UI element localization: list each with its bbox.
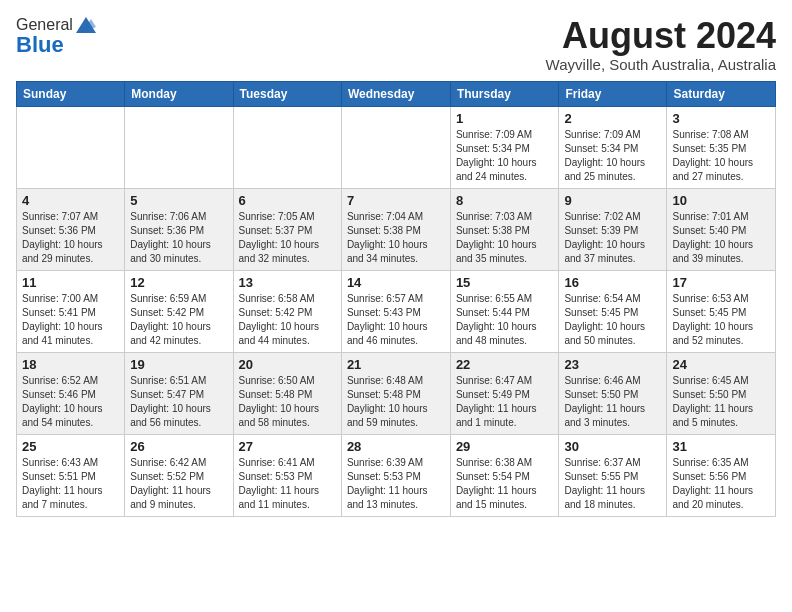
- day-info: Sunrise: 6:47 AM Sunset: 5:49 PM Dayligh…: [456, 374, 554, 430]
- day-number: 16: [564, 275, 661, 290]
- day-cell: [233, 106, 341, 188]
- day-number: 2: [564, 111, 661, 126]
- day-info: Sunrise: 7:09 AM Sunset: 5:34 PM Dayligh…: [456, 128, 554, 184]
- day-cell: 31Sunrise: 6:35 AM Sunset: 5:56 PM Dayli…: [667, 434, 776, 516]
- day-number: 7: [347, 193, 445, 208]
- day-cell: 14Sunrise: 6:57 AM Sunset: 5:43 PM Dayli…: [341, 270, 450, 352]
- day-cell: 5Sunrise: 7:06 AM Sunset: 5:36 PM Daylig…: [125, 188, 233, 270]
- day-info: Sunrise: 6:52 AM Sunset: 5:46 PM Dayligh…: [22, 374, 119, 430]
- day-cell: 24Sunrise: 6:45 AM Sunset: 5:50 PM Dayli…: [667, 352, 776, 434]
- day-info: Sunrise: 6:37 AM Sunset: 5:55 PM Dayligh…: [564, 456, 661, 512]
- day-number: 29: [456, 439, 554, 454]
- day-cell: 29Sunrise: 6:38 AM Sunset: 5:54 PM Dayli…: [450, 434, 559, 516]
- day-info: Sunrise: 6:41 AM Sunset: 5:53 PM Dayligh…: [239, 456, 336, 512]
- logo: General Blue: [16, 16, 96, 58]
- day-info: Sunrise: 6:35 AM Sunset: 5:56 PM Dayligh…: [672, 456, 770, 512]
- day-info: Sunrise: 7:08 AM Sunset: 5:35 PM Dayligh…: [672, 128, 770, 184]
- day-number: 25: [22, 439, 119, 454]
- day-number: 20: [239, 357, 336, 372]
- day-info: Sunrise: 7:04 AM Sunset: 5:38 PM Dayligh…: [347, 210, 445, 266]
- day-cell: 18Sunrise: 6:52 AM Sunset: 5:46 PM Dayli…: [17, 352, 125, 434]
- day-cell: [341, 106, 450, 188]
- day-number: 9: [564, 193, 661, 208]
- day-cell: 20Sunrise: 6:50 AM Sunset: 5:48 PM Dayli…: [233, 352, 341, 434]
- day-cell: 16Sunrise: 6:54 AM Sunset: 5:45 PM Dayli…: [559, 270, 667, 352]
- week-row-1: 1Sunrise: 7:09 AM Sunset: 5:34 PM Daylig…: [17, 106, 776, 188]
- day-cell: 28Sunrise: 6:39 AM Sunset: 5:53 PM Dayli…: [341, 434, 450, 516]
- day-cell: 7Sunrise: 7:04 AM Sunset: 5:38 PM Daylig…: [341, 188, 450, 270]
- day-number: 8: [456, 193, 554, 208]
- day-info: Sunrise: 6:42 AM Sunset: 5:52 PM Dayligh…: [130, 456, 227, 512]
- title-block: August 2024 Wayville, South Australia, A…: [546, 16, 776, 73]
- day-number: 10: [672, 193, 770, 208]
- day-number: 18: [22, 357, 119, 372]
- week-row-4: 18Sunrise: 6:52 AM Sunset: 5:46 PM Dayli…: [17, 352, 776, 434]
- day-cell: 22Sunrise: 6:47 AM Sunset: 5:49 PM Dayli…: [450, 352, 559, 434]
- day-info: Sunrise: 6:39 AM Sunset: 5:53 PM Dayligh…: [347, 456, 445, 512]
- day-number: 21: [347, 357, 445, 372]
- day-cell: 6Sunrise: 7:05 AM Sunset: 5:37 PM Daylig…: [233, 188, 341, 270]
- day-info: Sunrise: 6:55 AM Sunset: 5:44 PM Dayligh…: [456, 292, 554, 348]
- day-cell: 30Sunrise: 6:37 AM Sunset: 5:55 PM Dayli…: [559, 434, 667, 516]
- day-number: 19: [130, 357, 227, 372]
- day-cell: 15Sunrise: 6:55 AM Sunset: 5:44 PM Dayli…: [450, 270, 559, 352]
- day-cell: 1Sunrise: 7:09 AM Sunset: 5:34 PM Daylig…: [450, 106, 559, 188]
- day-info: Sunrise: 7:05 AM Sunset: 5:37 PM Dayligh…: [239, 210, 336, 266]
- day-info: Sunrise: 6:43 AM Sunset: 5:51 PM Dayligh…: [22, 456, 119, 512]
- day-number: 3: [672, 111, 770, 126]
- day-cell: 11Sunrise: 7:00 AM Sunset: 5:41 PM Dayli…: [17, 270, 125, 352]
- calendar-header-row: Sunday Monday Tuesday Wednesday Thursday…: [17, 81, 776, 106]
- week-row-5: 25Sunrise: 6:43 AM Sunset: 5:51 PM Dayli…: [17, 434, 776, 516]
- day-number: 22: [456, 357, 554, 372]
- day-number: 1: [456, 111, 554, 126]
- col-wednesday: Wednesday: [341, 81, 450, 106]
- day-number: 13: [239, 275, 336, 290]
- day-number: 4: [22, 193, 119, 208]
- day-number: 11: [22, 275, 119, 290]
- day-info: Sunrise: 6:58 AM Sunset: 5:42 PM Dayligh…: [239, 292, 336, 348]
- day-cell: 2Sunrise: 7:09 AM Sunset: 5:34 PM Daylig…: [559, 106, 667, 188]
- col-sunday: Sunday: [17, 81, 125, 106]
- day-info: Sunrise: 6:59 AM Sunset: 5:42 PM Dayligh…: [130, 292, 227, 348]
- calendar-table: Sunday Monday Tuesday Wednesday Thursday…: [16, 81, 776, 517]
- logo-icon: [76, 17, 96, 33]
- day-info: Sunrise: 6:53 AM Sunset: 5:45 PM Dayligh…: [672, 292, 770, 348]
- day-cell: 3Sunrise: 7:08 AM Sunset: 5:35 PM Daylig…: [667, 106, 776, 188]
- day-number: 28: [347, 439, 445, 454]
- day-info: Sunrise: 6:50 AM Sunset: 5:48 PM Dayligh…: [239, 374, 336, 430]
- day-cell: 25Sunrise: 6:43 AM Sunset: 5:51 PM Dayli…: [17, 434, 125, 516]
- day-cell: 8Sunrise: 7:03 AM Sunset: 5:38 PM Daylig…: [450, 188, 559, 270]
- day-info: Sunrise: 7:03 AM Sunset: 5:38 PM Dayligh…: [456, 210, 554, 266]
- day-info: Sunrise: 7:09 AM Sunset: 5:34 PM Dayligh…: [564, 128, 661, 184]
- day-cell: 17Sunrise: 6:53 AM Sunset: 5:45 PM Dayli…: [667, 270, 776, 352]
- month-title: August 2024: [546, 16, 776, 56]
- day-info: Sunrise: 7:02 AM Sunset: 5:39 PM Dayligh…: [564, 210, 661, 266]
- day-info: Sunrise: 7:00 AM Sunset: 5:41 PM Dayligh…: [22, 292, 119, 348]
- page-header: General Blue August 2024 Wayville, South…: [16, 16, 776, 73]
- day-cell: 13Sunrise: 6:58 AM Sunset: 5:42 PM Dayli…: [233, 270, 341, 352]
- day-number: 24: [672, 357, 770, 372]
- day-info: Sunrise: 6:45 AM Sunset: 5:50 PM Dayligh…: [672, 374, 770, 430]
- col-saturday: Saturday: [667, 81, 776, 106]
- week-row-2: 4Sunrise: 7:07 AM Sunset: 5:36 PM Daylig…: [17, 188, 776, 270]
- day-number: 5: [130, 193, 227, 208]
- day-info: Sunrise: 7:01 AM Sunset: 5:40 PM Dayligh…: [672, 210, 770, 266]
- day-info: Sunrise: 7:07 AM Sunset: 5:36 PM Dayligh…: [22, 210, 119, 266]
- day-number: 15: [456, 275, 554, 290]
- day-cell: 12Sunrise: 6:59 AM Sunset: 5:42 PM Dayli…: [125, 270, 233, 352]
- col-monday: Monday: [125, 81, 233, 106]
- day-number: 12: [130, 275, 227, 290]
- day-cell: [17, 106, 125, 188]
- day-cell: 23Sunrise: 6:46 AM Sunset: 5:50 PM Dayli…: [559, 352, 667, 434]
- location-title: Wayville, South Australia, Australia: [546, 56, 776, 73]
- day-cell: 19Sunrise: 6:51 AM Sunset: 5:47 PM Dayli…: [125, 352, 233, 434]
- day-cell: 27Sunrise: 6:41 AM Sunset: 5:53 PM Dayli…: [233, 434, 341, 516]
- day-number: 27: [239, 439, 336, 454]
- day-cell: [125, 106, 233, 188]
- day-info: Sunrise: 6:54 AM Sunset: 5:45 PM Dayligh…: [564, 292, 661, 348]
- day-info: Sunrise: 6:46 AM Sunset: 5:50 PM Dayligh…: [564, 374, 661, 430]
- day-info: Sunrise: 7:06 AM Sunset: 5:36 PM Dayligh…: [130, 210, 227, 266]
- logo-blue-text: Blue: [16, 32, 64, 58]
- col-tuesday: Tuesday: [233, 81, 341, 106]
- day-info: Sunrise: 6:57 AM Sunset: 5:43 PM Dayligh…: [347, 292, 445, 348]
